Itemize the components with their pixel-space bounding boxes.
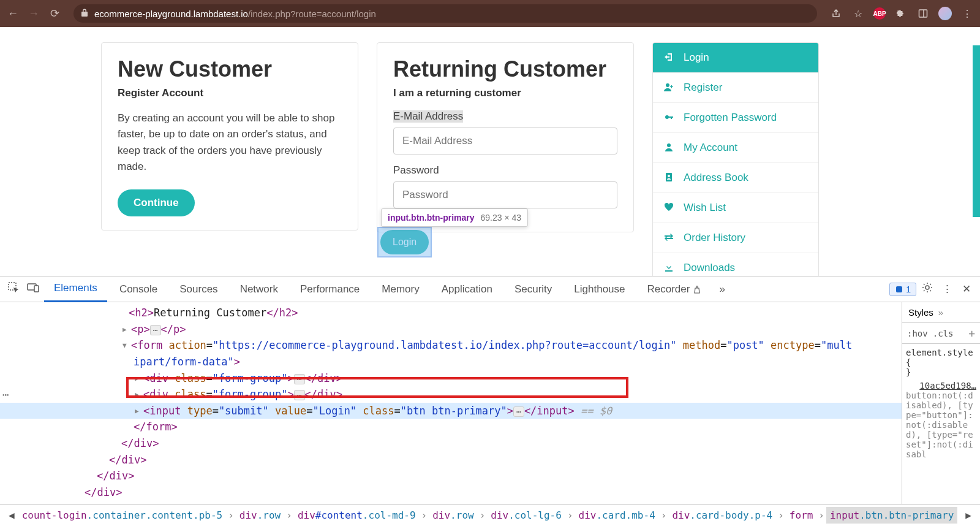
dom-line[interactable]: ▶<div class="form-group">⋯</div> — [0, 386, 902, 403]
tab-security[interactable]: Security — [505, 277, 562, 302]
dom-line[interactable]: ▼<form action="https://ecommerce-playgro… — [0, 337, 902, 354]
page-scrollbar[interactable] — [973, 45, 980, 217]
more-tabs-icon[interactable]: » — [714, 283, 731, 295]
dom-line[interactable]: </div> — [0, 435, 902, 452]
inspect-overlay — [379, 228, 431, 256]
browser-toolbar: ← → ⟳ ecommerce-playground.lambdatest.io… — [0, 0, 980, 27]
more-icon[interactable]: » — [938, 307, 943, 318]
device-mode-icon[interactable] — [24, 283, 42, 295]
abp-extension-icon[interactable]: ABP — [873, 7, 886, 20]
devtools-tabbar: Elements Console Sources Network Perform… — [0, 276, 980, 302]
styles-filter-bar: :hov .cls + — [902, 323, 980, 344]
devtools: Elements Console Sources Network Perform… — [0, 276, 980, 526]
continue-button[interactable]: Continue — [118, 189, 195, 216]
hov-toggle[interactable]: :hov — [907, 329, 928, 338]
kebab-menu-icon[interactable]: ⋮ — [960, 7, 974, 20]
sidebar-item-forgot[interactable]: Forgotten Password — [653, 103, 818, 133]
breadcrumb-item[interactable]: div.card-body.p-4 — [668, 507, 776, 524]
tooltip-selector: input.btn.btn-primary — [388, 213, 475, 223]
breadcrumb-item[interactable]: count-login.container.content.pb-5 — [18, 507, 227, 524]
breadcrumb-item[interactable]: div.card.mb-4 — [575, 507, 659, 524]
sidebar-item-login[interactable]: Login — [653, 43, 818, 73]
svg-point-6 — [668, 175, 670, 177]
tab-memory[interactable]: Memory — [372, 277, 429, 302]
styles-source-link[interactable]: 10ac5ed198… — [919, 381, 976, 391]
dom-line-selected[interactable]: ▶<input type="submit" value="Login" clas… — [0, 403, 902, 419]
sidebar-label: Forgotten Password — [684, 112, 777, 124]
tab-application[interactable]: Application — [432, 277, 502, 302]
dom-line[interactable]: </div> — [0, 484, 902, 501]
address-book-icon — [663, 172, 675, 184]
toolbar-right: ☆ ABP ⋮ — [829, 7, 974, 20]
forward-button[interactable]: → — [27, 7, 40, 20]
breadcrumb-item-active[interactable]: input.btn.btn-primary — [826, 507, 957, 524]
password-label: Password — [393, 164, 439, 177]
styles-header: Styles » — [902, 302, 980, 323]
add-rule-icon[interactable]: + — [968, 327, 975, 340]
tab-performance[interactable]: Performance — [290, 277, 369, 302]
sidebar-label: Address Book — [684, 172, 748, 184]
register-account-subtitle: Register Account — [118, 87, 342, 99]
dom-line[interactable]: </form> — [0, 419, 902, 435]
sidebar-item-orders[interactable]: Order History — [653, 223, 818, 253]
breadcrumb-right-icon[interactable]: ▶ — [962, 509, 975, 521]
reload-button[interactable]: ⟳ — [48, 7, 61, 20]
address-bar[interactable]: ecommerce-playground.lambdatest.io/index… — [74, 4, 817, 23]
sidebar-label: Downloads — [684, 262, 735, 274]
tab-recorder[interactable]: Recorder — [638, 277, 712, 302]
breadcrumb-item[interactable]: form — [786, 507, 817, 524]
breadcrumb-item[interactable]: div.row — [429, 507, 477, 524]
sidebar-item-address[interactable]: Address Book — [653, 163, 818, 193]
styles-rules[interactable]: element.style { } 10ac5ed198… button:not… — [902, 344, 980, 504]
inspect-tooltip: input.btn.btn-primary 69.23 × 43 — [381, 208, 528, 227]
user-icon — [663, 142, 675, 154]
download-icon — [663, 262, 675, 274]
breadcrumb-left-icon[interactable]: ◀ — [5, 509, 18, 521]
tab-sources[interactable]: Sources — [170, 277, 227, 302]
dom-tree[interactable]: ⋯ <h2>Returning Customer</h2> ▶<p>⋯</p> … — [0, 302, 902, 504]
profile-avatar[interactable] — [938, 7, 952, 20]
dom-line[interactable]: <h2>Returning Customer</h2> — [0, 305, 902, 321]
dom-breadcrumb[interactable]: ◀ count-login.container.content.pb-5 › d… — [0, 504, 980, 526]
login-icon — [663, 52, 675, 64]
breadcrumb-item[interactable]: div.row — [236, 507, 284, 524]
share-icon[interactable] — [829, 7, 843, 20]
svg-rect-10 — [896, 286, 902, 292]
sidebar-item-wishlist[interactable]: Wish List — [653, 193, 818, 223]
issues-badge[interactable]: 1 — [889, 283, 916, 296]
sidebar-label: Login — [684, 51, 709, 64]
sidebar-item-account[interactable]: My Account — [653, 133, 818, 163]
dom-line[interactable]: ▶<div class="form-group">⋯</div> — [0, 370, 902, 387]
devtools-menu-icon[interactable]: ⋮ — [938, 283, 956, 295]
dom-line[interactable]: </div> — [0, 452, 902, 468]
exchange-icon — [663, 232, 675, 244]
styles-panel: Styles » :hov .cls + element.style { } 1… — [902, 302, 980, 504]
devtools-close-icon[interactable]: ✕ — [958, 283, 975, 295]
bookmark-star-icon[interactable]: ☆ — [851, 7, 865, 20]
breadcrumb-item[interactable]: div.col-lg-6 — [487, 507, 565, 524]
dom-line[interactable]: ipart/form-data"> — [0, 354, 902, 370]
sidebar-label: Register — [684, 82, 722, 94]
tab-console[interactable]: Console — [110, 277, 167, 302]
dom-line[interactable]: ▶<p>⋯</p> — [0, 321, 902, 338]
login-button-highlight: Login — [379, 228, 431, 256]
extensions-icon[interactable] — [894, 7, 908, 20]
password-field[interactable] — [393, 181, 617, 208]
email-field[interactable] — [393, 128, 617, 154]
breadcrumb-item[interactable]: div#content.col-md-9 — [294, 507, 420, 524]
email-label: E-Mail Address — [393, 110, 463, 123]
svg-rect-9 — [34, 286, 39, 292]
dom-line[interactable]: </div> — [0, 468, 902, 484]
sidebar-item-downloads[interactable]: Downloads — [653, 253, 818, 276]
inspect-element-icon[interactable] — [5, 282, 22, 296]
tab-elements[interactable]: Elements — [44, 276, 107, 302]
back-button[interactable]: ← — [6, 7, 20, 20]
tab-lighthouse[interactable]: Lighthouse — [564, 277, 635, 302]
settings-gear-icon[interactable] — [919, 282, 936, 296]
cls-toggle[interactable]: .cls — [933, 329, 954, 338]
key-icon — [663, 112, 675, 124]
side-panel-icon[interactable] — [916, 7, 930, 20]
sidebar-item-register[interactable]: Register — [653, 73, 818, 103]
tab-network[interactable]: Network — [230, 277, 288, 302]
sidebar-label: Order History — [684, 232, 745, 244]
